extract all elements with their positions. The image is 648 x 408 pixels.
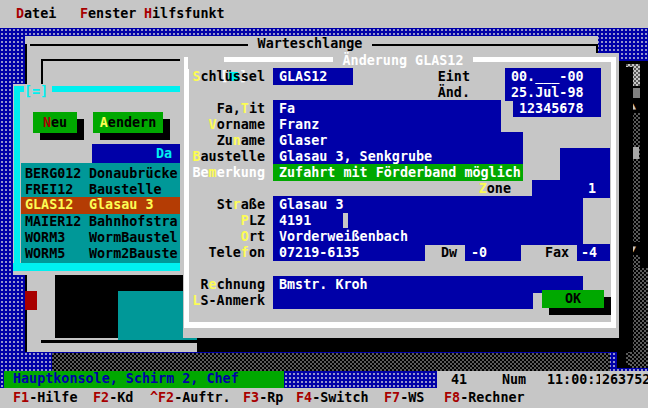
console-text: Hauptkonsole, Schirm 2, Chef [13,371,239,387]
list-item[interactable]: MAIER12Bahnhofstra [21,214,180,231]
aendern-button[interactable]: Aendern [93,112,163,133]
zone-label: Zone [411,181,511,197]
rechnung-label: Rechnung [185,277,265,293]
dw-field[interactable]: -0 [465,244,521,261]
lsanmerk-field[interactable] [273,292,533,309]
schluessel-field[interactable]: GLAS12 [273,68,353,85]
close-icon[interactable]: [] [188,53,224,69]
fatit-field[interactable]: Fa [273,100,501,117]
inner-panel-border-top [41,59,180,61]
dw-label: Dw [441,245,457,261]
plz-label: PLZ [185,213,265,229]
status-bar: F1-Hilfe F2-Kd ^F2-Auftr. F3-Rp F4-Switc… [0,388,648,408]
strasse-label: Straße [185,197,265,213]
aend-label: Änd. [370,85,470,101]
console-bar: Hauptkonsole, Schirm 2, Chef [4,371,284,388]
kto-field[interactable]: 12345678 [513,100,601,117]
fkey-switch[interactable]: F4-Switch [296,390,369,406]
fkey-rp[interactable]: F3-Rp [243,390,283,406]
telefon-field[interactable]: 07219-6135 [273,244,425,261]
memory-indicator: 263752 [600,371,648,388]
dialog-title: Änderung GLAS12 [333,53,473,69]
aend-field[interactable]: 25.Jul-98 [505,84,601,101]
list-header-datum: Da [156,146,172,162]
ok-button[interactable]: OK [542,290,604,308]
list-item[interactable]: BERG012Donaubrücke [21,166,180,183]
schluessel-label: Schlüssel [185,69,265,85]
menu-item-datei[interactable]: Datei [16,6,56,22]
dos-screen: { "menu": {"items": [ {"hot": "D", "rest… [0,0,648,408]
eint-field[interactable]: 00.___-00 [505,68,601,85]
customer-window-border-bottom [13,263,180,271]
fkey-auftr[interactable]: ^F2-Auftr. [150,390,231,406]
ort-label: Ort [185,229,265,245]
window-title: Warteschlange [248,36,372,52]
background-red-marker [25,291,37,310]
menu-item-fenster[interactable]: Fenster [80,6,136,22]
list-item[interactable]: WORM3WormBaustel [21,230,180,247]
eint-label: Eint [370,69,470,85]
fax-label: Fax [545,245,569,261]
telefon-label: Telefon [185,245,265,261]
bemerkung-label: Bemerkung [185,165,265,181]
window-shadow [52,353,610,371]
vorname-label: Vorname [185,117,265,133]
zuname-field[interactable]: Glaser [273,132,523,149]
aendern-button-hotkey: A [100,115,108,130]
customer-list-window: [=] Neu Aendern Kunde Da BERG012Donaubrü… [13,84,180,275]
bemerkung-field-focused[interactable]: Zufahrt mit Förderband möglich [273,164,523,181]
fatit-label: Fa,Tit [185,101,265,117]
vorname-field[interactable]: Franz [273,116,501,133]
baustelle-label: Baustelle [185,149,265,165]
fax-field[interactable]: -4 [577,244,610,261]
inner-panel-border-left [41,59,43,86]
customer-list[interactable]: BERG012Donaubrücke FREI12Baustelle GLAS1… [21,163,180,263]
plz-secondary-field[interactable] [348,212,583,229]
menu-item-hilfsfunkt[interactable]: Hilfsfunkt [144,6,225,22]
dialog-shadow-right [619,67,633,352]
dialog-border-right [611,57,616,328]
fkey-kd[interactable]: F2-Kd [93,390,133,406]
neu-button[interactable]: Neu [33,112,77,133]
fkey-rechner[interactable]: F8-Rechner [444,390,525,406]
aenderung-dialog: [] Änderung GLAS12 Schlüssel Fa,Tit Vorn… [183,53,619,338]
list-header-right-strip: Da [92,144,180,164]
lsanmerk-label: LS-Anmerk [185,293,265,309]
plz-field[interactable]: 4191 [273,212,343,229]
dialog-shadow-bottom [197,338,633,352]
zuname-label: Zuname [185,133,265,149]
dialog-border-bottom [184,322,616,328]
zone-field[interactable]: 1 [532,180,610,197]
menu-bar: Datei Fenster Hilfsfunkt [0,0,648,28]
close-icon[interactable]: [=] [24,84,52,99]
rechnung-field[interactable]: Bmstr. Kroh [273,276,583,293]
list-item[interactable]: WORM5Worm2Bauste [21,246,180,263]
ort-field[interactable]: Vorderweißenbach [273,228,583,245]
neu-button-hotkey: N [43,115,51,130]
baustelle-field[interactable]: Glasau 3, Senkgrube [273,148,523,165]
strasse-field[interactable]: Glasau 3 [273,196,583,213]
list-item-selected[interactable]: GLAS12Glasau 3 [21,197,180,214]
fkey-ws[interactable]: F7-WS [384,390,424,406]
fkey-hilfe[interactable]: F1-Hilfe [13,390,78,406]
numlock-indicator: Num [495,371,548,388]
